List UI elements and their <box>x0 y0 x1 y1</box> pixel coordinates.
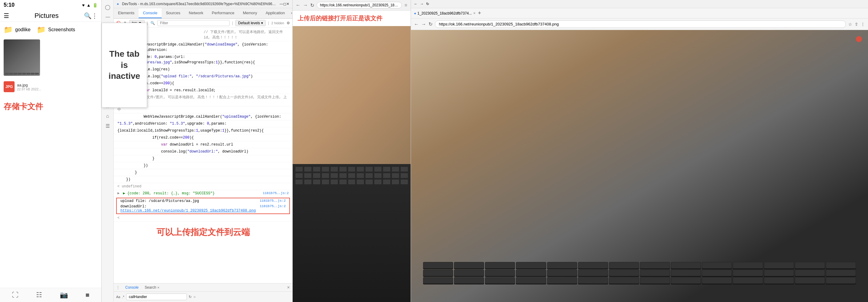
more-tabs-btn[interactable]: ›› <box>289 8 292 18</box>
tab-network[interactable]: Network <box>185 8 208 18</box>
console-line-13: console.log("downloadUrl:", downloadUrl) <box>114 148 292 155</box>
search-icon[interactable]: 🔍 <box>84 12 92 20</box>
red-indicator <box>856 36 862 42</box>
browser-tab-bar: ← → ↻ <box>411 0 868 8</box>
tab-console-bottom[interactable]: Console <box>123 285 141 290</box>
regex-label: .* <box>122 295 124 299</box>
default-levels-btn[interactable]: Default levels ▾ <box>235 20 266 26</box>
browser-tab-label[interactable]: 1_20230925_18acb962dfb7374... <box>417 11 472 16</box>
browser-url-input[interactable]: https://ok.166.net/reunionpub/1_20230925… <box>435 20 846 28</box>
result-expand[interactable]: ► <box>117 191 120 195</box>
tab-search-bottom[interactable]: Search ✕ <box>142 285 162 290</box>
devtools-close[interactable]: ✕ <box>286 2 289 6</box>
devtools-minimize[interactable]: — <box>280 2 283 6</box>
devtools-title-bar: ● DevTools - m.ds.163.com/square/63ea17e… <box>114 0 292 8</box>
search-input[interactable] <box>126 294 187 300</box>
console-end: < <box>114 215 292 222</box>
keyboard-large-image <box>411 30 868 302</box>
file-icon: JPG <box>4 81 14 92</box>
tab-console[interactable]: Console <box>138 8 162 18</box>
file-size: 22.97 kB 2022... <box>17 87 41 91</box>
highlighted-line-2: downloadUrl: https://ok.166.net/reunionp… <box>117 204 289 213</box>
folder-icon-2: 📁 <box>37 26 46 34</box>
console-line-14: } <box>114 155 292 162</box>
phone-content: 📁 godlike 📁 Screenshots <box>0 22 101 288</box>
console-line-16: } <box>114 169 292 176</box>
refresh-icon[interactable]: ↻ <box>189 295 192 299</box>
filter-icon[interactable]: 🔍 <box>150 21 155 25</box>
file-item[interactable]: JPG aa.jpg 22.97 kB 2022... <box>4 81 98 92</box>
phone-status-icons: ♥ ▲ 🔋 <box>82 3 98 7</box>
browser-reload-icon[interactable]: ↻ <box>426 2 429 6</box>
url-back-btn[interactable]: ← <box>414 22 419 27</box>
folder-icon: 📁 <box>4 26 13 34</box>
hidden-count: 2 hidden <box>272 21 284 25</box>
bottom-more-icon[interactable]: ⋮ <box>116 285 120 290</box>
console-result: ► ▶ {code: 200, result: {…}, msg: "SUCCE… <box>114 190 292 197</box>
browser-favicon: ● <box>414 11 416 16</box>
share-icon[interactable]: ⇧ <box>855 22 858 27</box>
search-bar: Aa .* ↻ ○ <box>114 292 292 302</box>
console-settings-icon[interactable]: ⚙ <box>287 21 290 25</box>
search-tab-close[interactable]: ✕ <box>157 286 159 289</box>
menu2-icon[interactable]: ☰ <box>104 122 111 130</box>
browser-back-icon[interactable]: ← <box>414 2 417 6</box>
annotation-browser-bar: ← → ↻ https://ok.166.net/reunionpub/1_20… <box>293 0 411 10</box>
separator: | <box>147 21 148 25</box>
keyboard-thumbnail[interactable] <box>4 39 40 76</box>
phone-time: 5:10 <box>4 2 14 8</box>
browser-actions: ☆ ⇧ ⋮ <box>848 22 865 27</box>
close-bottom-icon[interactable]: ✕ <box>287 285 290 290</box>
more-icon[interactable]: ⋮ <box>92 12 98 20</box>
tab-performance[interactable]: Performance <box>208 8 238 18</box>
devtools-maximize[interactable]: ◻ <box>283 2 286 6</box>
cast-icon[interactable]: ■ <box>86 291 90 299</box>
result-source[interactable]: 1181b75….js:2 <box>262 191 289 196</box>
grid-icon[interactable]: ☷ <box>36 291 42 299</box>
annotation-url-bar[interactable]: https://ok.166.net/reunionpub/1_20230925… <box>317 2 402 8</box>
new-tab-btn[interactable]: + <box>478 10 481 17</box>
power-icon[interactable]: ◯ <box>104 3 112 11</box>
download-url-label: downloadUrl: <box>120 204 147 209</box>
tab-memory[interactable]: Memory <box>239 8 261 18</box>
large-image-preview <box>411 30 868 302</box>
upload-source[interactable]: 1181b75….js:2 <box>259 199 286 203</box>
filter-input[interactable] <box>157 20 229 26</box>
camera-icon[interactable]: 📷 <box>60 291 68 299</box>
star-action-icon[interactable]: ☆ <box>848 22 852 27</box>
tab-sources[interactable]: Sources <box>162 8 185 18</box>
download-source[interactable]: 1181b75….js:2 <box>259 204 286 213</box>
more-browser-icon[interactable]: ⋮ <box>861 22 865 27</box>
annotation-panel: ← → ↻ https://ok.166.net/reunionpub/1_20… <box>293 0 411 302</box>
menu-icon[interactable]: ☰ <box>4 12 9 20</box>
console-line-12: var downloadUrl = res2.result.url <box>114 141 292 148</box>
reload-btn[interactable]: ↻ <box>310 2 314 8</box>
screenshot-icon[interactable]: ⛶ <box>12 291 19 299</box>
browser-forward-icon[interactable]: → <box>420 2 424 6</box>
folder-screenshots[interactable]: 📁 Screenshots <box>37 26 75 34</box>
aa-label: Aa <box>116 295 120 299</box>
gesture-icon[interactable]: ⸻ <box>104 13 111 21</box>
browser-url-bar-row: ← → ↻ https://ok.166.net/reunionpub/1_20… <box>411 19 868 30</box>
home-icon[interactable]: ⌂ <box>105 112 111 120</box>
devtools-bottom: ⋮ Console Search ✕ ✕ Aa .* ↻ ○ <box>114 283 292 302</box>
annotation-heading: 上传后的链接打开后正是该文件 <box>293 10 411 26</box>
phone-status-bar: 5:10 ♥ ▲ 🔋 <box>0 0 101 10</box>
folder-godlike[interactable]: 📁 godlike <box>4 26 31 34</box>
download-url-link[interactable]: https://ok.166.net/reunionpub/1_20230925… <box>120 209 256 213</box>
url-forward-btn[interactable]: → <box>421 22 426 27</box>
url-reload-btn[interactable]: ↻ <box>429 21 432 27</box>
back-nav-btn[interactable]: ← <box>296 2 301 8</box>
phone-panel: 5:10 ♥ ▲ 🔋 ☰ Pictures 🔍 ⋮ 📁 godlike 📁 Sc <box>0 0 102 302</box>
devtools-bottom-tabs: ⋮ Console Search ✕ ✕ <box>114 283 292 292</box>
forward-nav-btn[interactable]: → <box>303 2 308 8</box>
console-undefined: < undefined <box>114 183 292 190</box>
browser-tab-close-btn[interactable]: ✕ <box>473 11 475 15</box>
keyboard-image <box>293 26 411 302</box>
tab-elements[interactable]: Elements <box>114 8 138 18</box>
phone-top-bar: ☰ Pictures 🔍 ⋮ <box>0 10 101 22</box>
star-icon[interactable]: ☆ <box>404 3 408 7</box>
result-text: ▶ {code: 200, result: {…}, msg: "SUCCESS… <box>123 191 214 195</box>
cancel-search-icon[interactable]: ○ <box>193 295 196 299</box>
tab-application[interactable]: Application <box>261 8 289 18</box>
